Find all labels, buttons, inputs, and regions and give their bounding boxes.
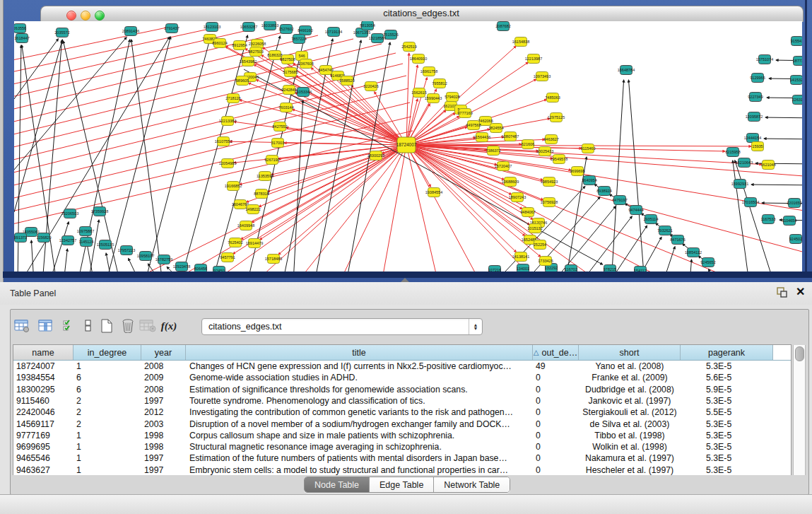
graph-node[interactable]: 15751074 [756,55,773,64]
table-cell[interactable]: 0 [533,407,579,418]
table-cell[interactable]: 1997 [141,395,186,407]
table-cell[interactable]: 2003 [141,419,186,430]
graph-node[interactable]: 15990443 [425,94,442,103]
table-cell[interactable]: 5.5E-5 [681,407,773,418]
tab-network-table[interactable]: Network Table [434,477,510,492]
graph-node[interactable]: 2035572 [54,28,69,37]
graph-node[interactable]: 12975125 [548,113,565,122]
graph-node[interactable]: 17016504 [742,198,759,207]
graph-node[interactable]: 17957223 [118,246,135,255]
graph-node[interactable]: 915541 [791,37,802,46]
table-cell[interactable]: 2012 [141,407,186,418]
graph-node[interactable]: 8813054 [360,21,375,30]
graph-node[interactable]: 19166852 [225,182,242,191]
graph-node[interactable]: 1015132 [527,224,542,233]
graph-node[interactable]: 9777169 [457,109,472,118]
graph-node[interactable]: 8471676 [670,235,685,245]
table-cell[interactable]: Structural magnetic resonance image aver… [186,441,533,452]
graph-node[interactable]: 16107552 [215,137,232,146]
graph-node[interactable]: 924502 [789,235,802,244]
graph-node[interactable]: 19854923 [541,177,558,187]
graph-node[interactable]: 1104654 [782,216,796,226]
graph-hub-node[interactable]: 18724007 [396,137,417,153]
table-cell[interactable]: Embryonic stem cells: a model to study s… [186,465,533,476]
graph-node[interactable]: 6497568 [466,121,481,130]
graph-node[interactable]: 8938924 [596,187,611,196]
table-cell[interactable]: 6 [73,384,141,395]
graph-node[interactable]: 10756928 [541,198,558,207]
graph-node[interactable]: 141532 [790,76,802,85]
graph-node[interactable]: 19549578 [551,155,567,164]
table-row[interactable]: 977716911998Corpus callosum shape and si… [13,430,791,441]
graph-node[interactable]: 8427552 [272,122,287,132]
graph-node[interactable]: 12213383 [219,117,236,126]
table-cell[interactable]: 5.9E-5 [681,384,773,395]
table-cell[interactable]: 5.3E-5 [681,452,773,464]
graph-node[interactable]: 3824554 [488,124,503,133]
graph-node[interactable]: 7857224 [291,35,306,44]
graph-node[interactable]: 15992931 [731,180,748,189]
graph-node[interactable]: 5794028 [445,93,459,102]
tab-node-table[interactable]: Node Table [305,477,370,492]
table-cell[interactable]: 1997 [141,452,186,464]
graph-node[interactable]: 5175685 [283,68,298,77]
table-cell[interactable]: Estimation of the future numbers of pati… [186,452,533,464]
graph-node[interactable]: 18123103 [204,23,220,32]
graph-node[interactable]: 2791437 [164,24,179,33]
table-cell[interactable]: 1 [73,441,141,452]
column-header-in_degree[interactable]: in_degree [73,345,141,360]
table-row[interactable]: 2242004622012Investigating the contribut… [13,407,791,418]
graph-node[interactable]: 1640954 [582,176,596,185]
graph-node[interactable]: 2087682 [495,22,510,31]
graph-node[interactable]: 16961758 [420,67,437,76]
table-cell[interactable]: 9115460 [13,395,73,407]
graph-node[interactable]: 16914479 [246,239,263,248]
table-cell[interactable]: 0 [533,430,579,441]
graph-node[interactable]: 14138141 [512,252,529,262]
graph-node[interactable]: 16648784 [618,66,635,75]
table-cell[interactable]: Disruption of a novel member of a sodium… [186,419,533,430]
table-cell[interactable]: Hescheler et al. (1997) [579,465,681,476]
node-table[interactable]: namein_degreeyeartitle△out_de…shortpager… [13,344,792,477]
table-cell[interactable]: 1 [73,361,141,372]
table-cell[interactable]: Investigating the contribution of common… [186,407,533,418]
graph-node[interactable]: 1527602 [278,25,293,34]
graph-node[interactable]: 9699695 [570,167,584,176]
graph-node[interactable]: 9457791 [220,253,235,262]
graph-node[interactable]: 10973493 [534,72,551,81]
graph-node[interactable]: 2718126 [225,94,240,103]
table-settings-icon[interactable] [13,317,31,335]
graph-node[interactable]: 17359928 [91,207,108,216]
graph-node[interactable]: 9463627 [543,135,558,144]
graph-node[interactable]: 12505135 [97,240,114,250]
graph-node[interactable]: 991373 [14,233,27,243]
graph-node[interactable]: 12095872 [746,112,763,122]
tab-edge-table[interactable]: Edge Table [370,477,434,492]
graph-node[interactable]: 9227349 [748,93,763,102]
table-cell[interactable]: 1 [73,465,141,476]
table-row[interactable]: 1872400712008Changes of HCN gene express… [13,361,791,372]
function-builder-icon[interactable]: f(x) [160,317,178,335]
graph-node[interactable]: 9129966 [750,74,765,83]
graph-node[interactable]: 10025433 [536,147,553,156]
graph-node[interactable]: 1167533 [760,215,775,224]
graph-node[interactable]: 18300295 [367,151,384,160]
network-view-canvas[interactable]: 2635561618447203557220891436279143718123… [14,21,802,272]
table-cell[interactable]: 2 [73,407,141,418]
table-cell[interactable]: 0 [533,452,579,464]
table-cell[interactable]: 0 [533,384,579,395]
table-cell[interactable]: de Silva et al. (2003) [579,419,681,430]
graph-node[interactable]: 2588520 [339,76,354,86]
table-cell[interactable]: 49 [533,361,579,372]
graph-node[interactable]: 621606 [522,140,534,149]
table-cell[interactable]: 6 [73,372,141,383]
column-header-title[interactable]: title [186,345,533,360]
graph-node[interactable]: 2367608 [298,59,313,69]
graph-node[interactable]: 21053346 [295,88,312,97]
graph-node[interactable]: 317003 [271,139,284,148]
table-cell[interactable]: 5.3E-5 [681,430,773,441]
graph-node[interactable]: 18907243 [509,193,526,202]
table-row[interactable]: 911546021997Tourette syndrome. Phenomeno… [13,395,791,407]
graph-node[interactable]: 16154838 [512,37,529,47]
delete-column-icon[interactable] [119,317,137,335]
